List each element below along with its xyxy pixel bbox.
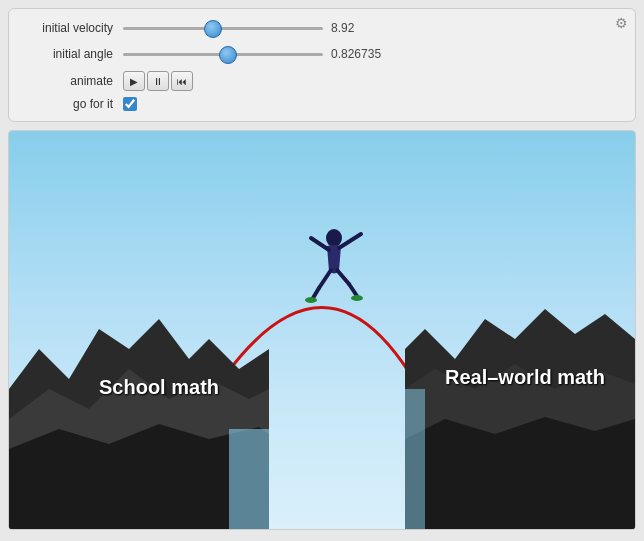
right-cliff [405, 249, 635, 529]
pause-button[interactable]: ⏸ [147, 71, 169, 91]
play-button[interactable]: ▶ [123, 71, 145, 91]
animate-label: animate [23, 74, 113, 88]
svg-rect-9 [405, 389, 425, 529]
pause-icon: ⏸ [153, 76, 163, 87]
angle-row: initial angle 0.826735 [23, 45, 621, 63]
velocity-row: initial velocity 8.92 [23, 19, 621, 37]
left-cliff [9, 269, 269, 529]
angle-slider[interactable] [123, 45, 323, 63]
svg-marker-8 [405, 417, 635, 529]
gofor-label: go for it [23, 97, 113, 111]
rewind-icon: ⏮ [177, 76, 187, 87]
animate-row: animate ▶ ⏸ ⏮ [23, 71, 621, 91]
play-icon: ▶ [130, 76, 138, 87]
svg-rect-5 [229, 429, 269, 529]
gofor-row: go for it [23, 97, 621, 111]
velocity-label: initial velocity [23, 21, 113, 35]
animate-buttons: ▶ ⏸ ⏮ [123, 71, 193, 91]
angle-value: 0.826735 [331, 47, 401, 61]
visualization-panel: School math Real–world math [8, 130, 636, 530]
gofor-checkbox[interactable] [123, 97, 137, 111]
velocity-slider[interactable] [123, 19, 323, 37]
gear-icon: ⚙ [615, 15, 628, 31]
rewind-button[interactable]: ⏮ [171, 71, 193, 91]
controls-panel: ⚙ initial velocity 8.92 initial angle 0.… [8, 8, 636, 122]
gear-button[interactable]: ⚙ [613, 15, 629, 31]
school-math-label: School math [99, 376, 219, 399]
real-world-math-label: Real–world math [445, 366, 605, 389]
velocity-value: 8.92 [331, 21, 401, 35]
angle-label: initial angle [23, 47, 113, 61]
